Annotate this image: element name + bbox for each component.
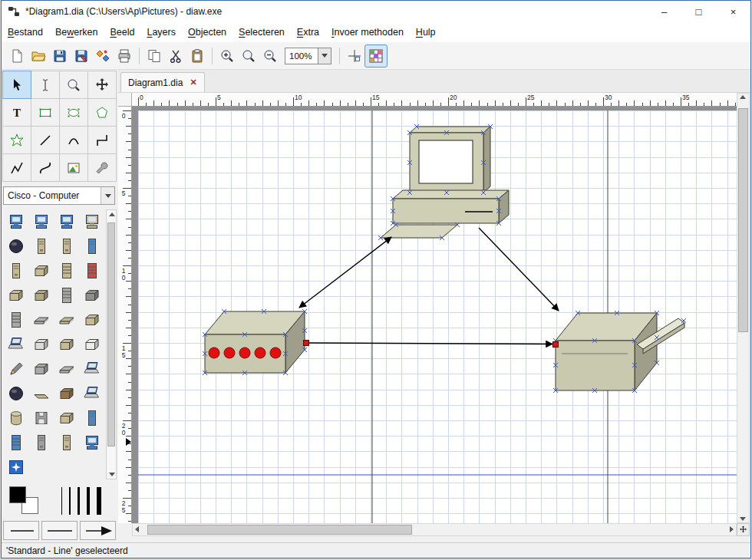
tool-line[interactable] (31, 126, 60, 154)
line-width-4[interactable] (87, 487, 90, 515)
palette-shape-7[interactable] (54, 234, 79, 259)
tool-box[interactable] (31, 98, 60, 127)
tool-textedit[interactable] (31, 71, 60, 99)
horizontal-scrollbar-thumb[interactable] (147, 525, 412, 535)
save-button[interactable] (49, 45, 71, 67)
save-as-button[interactable] (71, 45, 92, 67)
palette-scrollbar-thumb[interactable] (107, 222, 115, 446)
palette-shape-23[interactable] (54, 332, 79, 357)
palette-scroll-down-icon[interactable] (108, 473, 115, 476)
zoom-original-button[interactable] (238, 45, 259, 67)
menu-item-objecten[interactable]: Objecten (182, 24, 233, 41)
line-width-5[interactable] (97, 487, 101, 515)
line-width-2[interactable] (69, 487, 71, 515)
menu-item-bewerken[interactable]: Bewerken (49, 24, 104, 41)
menu-item-extra[interactable]: Extra (291, 24, 325, 41)
tool-ellipse[interactable] (59, 98, 88, 127)
palette-shape-41[interactable] (3, 455, 28, 479)
palette-shape-40[interactable] (79, 430, 104, 455)
menu-item-hulp[interactable]: Hulp (410, 24, 442, 41)
palette-shape-3[interactable] (54, 209, 79, 234)
tool-text[interactable]: T (2, 98, 31, 127)
palette-shape-13[interactable] (3, 283, 28, 308)
menu-item-layers[interactable]: Layers (140, 24, 182, 41)
palette-shape-31[interactable] (54, 381, 79, 406)
tool-modify[interactable] (2, 71, 31, 99)
palette-shape-35[interactable] (54, 406, 79, 430)
tool-arc[interactable] (59, 126, 88, 154)
palette-shape-21[interactable] (3, 332, 28, 357)
scroll-right-icon[interactable] (730, 526, 734, 532)
close-button[interactable]: × (716, 1, 750, 22)
menu-item-invoer_methoden[interactable]: Invoer methoden (325, 24, 410, 41)
computer-shape[interactable] (381, 127, 509, 238)
tool-scroll[interactable] (87, 71, 117, 99)
line-width-3[interactable] (78, 487, 80, 515)
connector-arrows[interactable] (299, 228, 559, 344)
menu-item-selecteren[interactable]: Selecteren (233, 24, 291, 41)
palette-shape-12[interactable] (79, 259, 104, 283)
new-diagram-button[interactable] (6, 45, 28, 67)
palette-shape-1[interactable] (3, 209, 28, 234)
palette-shape-8[interactable] (79, 234, 104, 259)
palette-shape-33[interactable] (3, 406, 28, 430)
scroll-left-icon[interactable] (135, 526, 139, 532)
palette-shape-26[interactable] (28, 357, 54, 381)
palette-shape-9[interactable] (3, 259, 28, 283)
palette-shape-34[interactable] (28, 406, 54, 430)
palette-shape-15[interactable] (54, 283, 79, 308)
palette-shape-18[interactable] (28, 308, 54, 332)
palette-shape-37[interactable] (3, 430, 28, 455)
zoom-in-button[interactable] (216, 45, 238, 67)
palette-shape-20[interactable] (79, 308, 104, 332)
maximize-button[interactable]: □ (681, 1, 716, 22)
menu-item-beeld[interactable]: Beeld (104, 24, 140, 41)
palette-shape-27[interactable] (54, 357, 79, 381)
begin-arrow-style-button[interactable] (3, 521, 39, 540)
pan-canvas-button[interactable] (737, 523, 750, 536)
palette-shape-17[interactable] (3, 308, 28, 332)
tool-image[interactable] (59, 153, 88, 182)
scroll-down-icon[interactable] (740, 517, 746, 521)
scroll-up-icon[interactable] (740, 95, 746, 99)
vertical-scrollbar-thumb[interactable] (738, 108, 748, 332)
export-button[interactable] (92, 45, 114, 67)
palette-scrollbar[interactable] (106, 209, 117, 479)
grid-visibility-toggle[interactable] (365, 45, 387, 67)
end-arrow-style-button[interactable] (80, 521, 116, 540)
open-button[interactable] (28, 45, 49, 67)
palette-shape-4[interactable] (79, 209, 104, 234)
palette-shape-30[interactable] (28, 381, 54, 406)
tool-polyline[interactable] (2, 153, 31, 182)
palette-shape-11[interactable] (54, 259, 79, 283)
tool-outline[interactable] (87, 153, 117, 182)
line-width-1[interactable] (61, 487, 62, 515)
print-button[interactable] (114, 45, 135, 67)
palette-shape-32[interactable] (79, 381, 104, 406)
menu-item-bestand[interactable]: Bestand (2, 24, 49, 41)
palette-shape-25[interactable] (3, 357, 28, 381)
foreground-color-swatch[interactable] (9, 486, 26, 503)
cut-button[interactable] (165, 45, 186, 67)
palette-shape-6[interactable] (28, 234, 54, 259)
zoom-dropdown-button[interactable] (318, 48, 331, 64)
palette-shape-29[interactable] (3, 381, 28, 406)
zoom-out-button[interactable] (259, 45, 281, 67)
tab-close-icon[interactable]: ✕ (190, 77, 196, 87)
palette-scroll-up-icon[interactable] (108, 212, 115, 216)
horizontal-scrollbar[interactable] (132, 523, 737, 536)
minimize-button[interactable]: – (647, 1, 681, 22)
palette-shape-16[interactable] (79, 283, 104, 308)
palette-shape-5[interactable] (3, 234, 28, 259)
tab-diagram1[interactable]: Diagram1.dia ✕ (120, 72, 205, 92)
sheet-selector[interactable]: Cisco - Computer (3, 186, 115, 205)
palette-shape-22[interactable] (28, 332, 54, 357)
printer-shape[interactable] (556, 313, 684, 390)
diagram-canvas[interactable] (132, 107, 737, 523)
palette-shape-28[interactable] (79, 357, 104, 381)
line-style-button[interactable] (41, 521, 78, 540)
line-width-selector[interactable] (61, 487, 101, 515)
palette-shape-14[interactable] (28, 283, 54, 308)
palette-shape-10[interactable] (28, 259, 54, 283)
palette-shape-2[interactable] (28, 209, 54, 234)
